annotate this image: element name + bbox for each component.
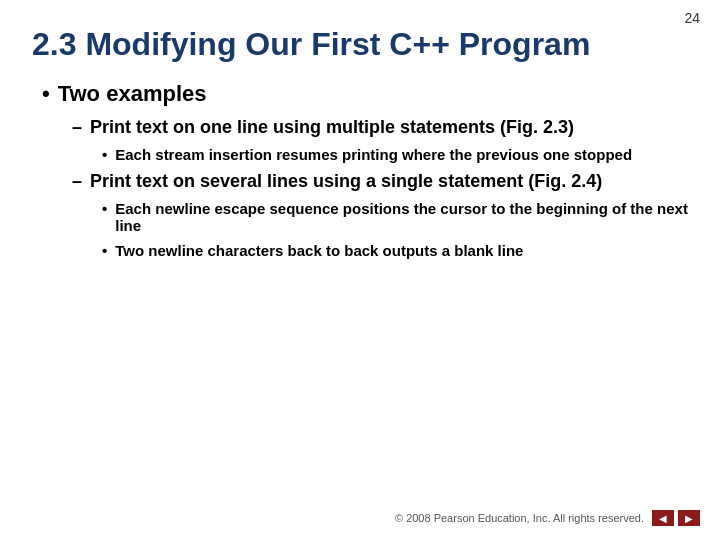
slide-content: • Two examples – Print text on one line …	[32, 81, 688, 259]
next-button[interactable]: ▶	[678, 510, 700, 526]
level1-item: • Two examples	[42, 81, 688, 107]
level3-text-2-1: Each newline escape sequence positions t…	[115, 200, 688, 234]
next-arrow-icon: ▶	[685, 513, 693, 524]
level2-text-1: Print text on one line using multiple st…	[90, 117, 574, 138]
slide: 24 2.3 Modifying Our First C++ Program •…	[0, 0, 720, 540]
copyright-text: © 2008 Pearson Education, Inc. All right…	[395, 512, 644, 524]
level3-bullet-2-2: •	[102, 242, 107, 259]
prev-arrow-icon: ◀	[659, 513, 667, 524]
level2-dash-2: –	[72, 171, 82, 192]
level3-item-1-1: • Each stream insertion resumes printing…	[102, 146, 688, 163]
footer-nav[interactable]: ◀ ▶	[652, 510, 700, 526]
level3-item-2-1: • Each newline escape sequence positions…	[102, 200, 688, 234]
footer: © 2008 Pearson Education, Inc. All right…	[395, 510, 700, 526]
level3-text-1-1: Each stream insertion resumes printing w…	[115, 146, 688, 163]
slide-title: 2.3 Modifying Our First C++ Program	[32, 26, 688, 63]
level3-bullet-2-1: •	[102, 200, 107, 217]
level1-text: Two examples	[58, 81, 207, 107]
slide-number: 24	[684, 10, 700, 26]
level3-item-2-2: • Two newline characters back to back ou…	[102, 242, 688, 259]
level3-text-2-2: Two newline characters back to back outp…	[115, 242, 688, 259]
prev-button[interactable]: ◀	[652, 510, 674, 526]
level2-item-1: – Print text on one line using multiple …	[72, 117, 688, 138]
level2-text-2: Print text on several lines using a sing…	[90, 171, 602, 192]
level3-bullet-1-1: •	[102, 146, 107, 163]
level2-dash-1: –	[72, 117, 82, 138]
level1-bullet: •	[42, 81, 50, 107]
level2-item-2: – Print text on several lines using a si…	[72, 171, 688, 192]
